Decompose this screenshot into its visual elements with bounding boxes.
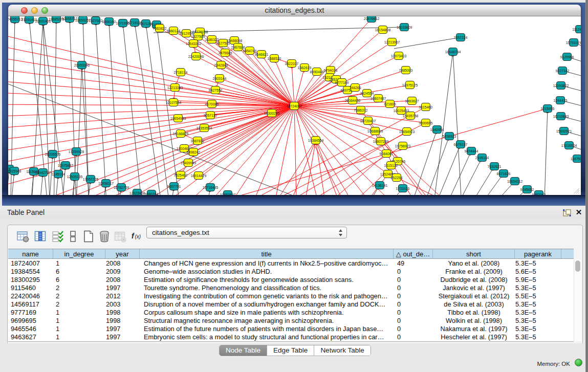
cell-in_degree[interactable]: 2 [53,283,105,292]
graph-node[interactable]: 621606 [384,100,396,108]
graph-node[interactable]: 1362615 [298,64,312,72]
graph-node[interactable]: 3215955 [541,105,555,113]
graph-node[interactable]: 252254 [391,174,403,182]
cell-title[interactable]: Tourette syndrome. Phenomenology and cla… [140,283,394,292]
cell-title[interactable]: Structural magnetic resonance image aver… [140,317,394,325]
edge-selected[interactable] [8,80,294,106]
new-file-icon[interactable] [82,230,95,243]
graph-node[interactable]: 12213383 [167,84,183,92]
cell-in_degree[interactable]: 2 [53,292,105,300]
graph-node[interactable]: 9245652 [520,186,534,193]
graph-node[interactable]: 9129966 [560,53,574,61]
tab-edge-table[interactable]: Edge Table [267,345,314,356]
cell-pagerank[interactable]: 5.5E–5 [515,292,561,300]
cell-name[interactable]: 18724007 [8,259,53,267]
column-header-year[interactable]: year [105,249,140,258]
graph-node[interactable]: 12505135 [67,173,83,181]
tab-network-table[interactable]: Network Table [314,345,370,356]
table-scrollbar[interactable] [574,259,581,341]
table-row[interactable]: 1456911722003Disruption of a novel membe… [8,300,574,308]
graph-node[interactable]: 1733426 [396,185,410,192]
graph-node[interactable]: 8471626 [497,170,511,178]
edge[interactable] [567,72,581,80]
graph-node[interactable]: 15751074 [566,39,581,47]
cell-name[interactable]: 9777169 [8,309,53,317]
edge[interactable] [205,192,209,195]
graph-node[interactable]: 15692971 [556,127,572,135]
table-row[interactable]: 977716911998Corpus callosum shape and si… [8,309,574,317]
cell-year[interactable]: 1997 [105,333,140,341]
row-height-icon[interactable] [67,230,79,243]
cell-year[interactable]: 1997 [105,283,140,292]
cell-year[interactable]: 2003 [105,300,140,308]
graph-node[interactable]: 7485003 [399,67,413,74]
edge[interactable] [54,24,56,195]
edge-selected[interactable] [8,106,294,117]
graph-node[interactable]: 12093822 [553,82,569,90]
edge[interactable] [376,192,400,195]
edge-selected[interactable] [8,106,294,154]
graph-node[interactable]: 9646821 [255,51,269,58]
column-header-short[interactable]: short [433,249,515,258]
edge[interactable] [443,155,469,195]
edge-selected[interactable] [294,106,297,195]
cell-title[interactable]: Corpus callosum shape and size in male p… [140,309,394,317]
cell-year[interactable]: 2008 [105,275,140,283]
column-header-out_degree[interactable]: △ out_de… [394,249,433,258]
edge[interactable] [565,101,581,110]
edge-selected[interactable] [294,106,382,151]
cell-out_degree[interactable]: 0 [394,300,433,308]
cell-pagerank[interactable]: 5.3E–5 [515,283,561,292]
edge[interactable] [544,113,548,195]
cell-year[interactable]: 2012 [105,292,140,300]
function-builder-icon[interactable]: f(x) [131,230,143,243]
graph-node[interactable]: 9474444 [465,147,478,155]
close-panel-icon[interactable]: ✕ [575,209,582,216]
edge-selected[interactable] [8,31,294,106]
network-canvas[interactable]: 2405571321091410206914061988527510855717… [8,16,581,195]
edge[interactable] [39,177,42,195]
cell-name[interactable]: 14569117 [8,300,53,308]
table-row[interactable]: 1830029562008Estimation of significance … [8,275,574,283]
edge[interactable] [8,173,9,195]
cell-pagerank[interactable]: 5.3E–5 [515,309,561,317]
cell-out_degree[interactable]: 0 [394,333,433,341]
graph-node[interactable]: 19654923 [399,128,415,136]
graph-node[interactable]: 4170086 [205,100,219,108]
column-header-pagerank[interactable]: pagerank [515,249,561,258]
edge[interactable] [54,179,58,195]
graph-node[interactable]: 15716485 [203,184,219,191]
table-row[interactable]: 969969511998Structural magnetic resonanc… [8,317,574,325]
cell-title[interactable]: Estimation of the future numbers of pati… [140,325,394,333]
cell-short[interactable]: Jankovic et al. (1997) [433,283,515,292]
edge-selected[interactable] [292,68,294,106]
show-columns-icon[interactable] [34,230,47,243]
graph-node[interactable]: 17359928 [69,148,84,156]
float-window-icon[interactable] [563,209,571,216]
edge-selected[interactable] [143,106,294,195]
cell-name[interactable]: 22420046 [8,292,53,300]
graph-node[interactable]: 16033809 [397,24,412,31]
cell-name[interactable]: 18300295 [8,275,53,283]
cell-short[interactable]: Dudbridge et al. (2008) [433,275,515,283]
cell-short[interactable]: Hescheler et al. (1997) [433,333,515,341]
table-row[interactable]: 946554611997Estimation of the future num… [8,325,574,333]
cell-name[interactable]: 19384554 [8,267,53,275]
graph-node[interactable]: 9227342 [556,67,570,75]
cell-out_degree[interactable]: 49 [394,259,433,267]
graph-node[interactable]: 11124377 [572,26,581,33]
edge-selected[interactable] [8,68,294,106]
graph-node[interactable]: 6466160 [102,18,116,26]
edge[interactable] [102,188,105,195]
graph-node[interactable]: 10975887 [58,162,74,169]
cell-in_degree[interactable]: 1 [53,325,105,333]
cell-pagerank[interactable]: 5.3E–5 [515,317,561,325]
cell-short[interactable]: Nakamura et al. (1997) [433,325,515,333]
graph-node[interactable]: 6794028 [324,67,338,74]
cell-pagerank[interactable]: 5.9E–5 [515,275,561,283]
graph-node[interactable]: 17016504 [561,142,577,149]
tab-node-table[interactable]: Node Table [220,345,267,356]
edge[interactable] [70,23,77,195]
graph-node[interactable]: 2718174 [174,69,188,76]
graph-node[interactable]: 2803144 [213,75,227,82]
